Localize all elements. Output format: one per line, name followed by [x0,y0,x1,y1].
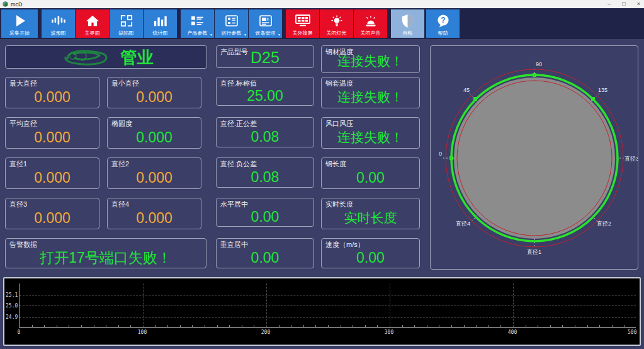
x-axis-minor-tick [526,325,526,327]
bar-chart-icon [154,12,167,30]
x-axis-minor-tick [192,325,193,327]
x-axis-minor-tick [291,325,291,327]
x-axis-tick-label: 200 [261,329,270,335]
window-title: mcD [11,1,23,8]
panel-label: 直径.负公差 [217,158,314,168]
panel-label: 钢长度 [322,158,419,168]
x-gridline [513,283,514,327]
diameter-gauge-panel: 90 45 135 0 直径3 直径2 直径4 直径1 [430,45,638,270]
panel-diameter3: 直径3 0.000 [5,198,99,229]
bulb-icon [330,12,344,30]
toolbar-button-external-screen-off[interactable]: 关外接屏 [286,9,319,38]
toolbar-button-product-params[interactable]: 产品参数 ▼ [181,9,214,38]
list-icon [191,12,204,30]
x-axis-minor-tick [464,325,465,327]
minimize-button[interactable]: – [607,0,611,8]
x-gridline [266,283,267,327]
panel-label: 直径3 [6,198,99,208]
gauge-label-90: 90 [536,61,542,67]
x-axis-minor-tick [587,325,588,327]
panel-value: 0.000 [108,127,201,148]
x-axis-minor-tick [57,325,57,327]
y-axis-tick-label: 24.9 [6,314,18,320]
x-axis-minor-tick [624,325,624,327]
app-icon [3,1,8,7]
chevron-down-icon: ▼ [210,33,213,37]
y-axis-tick-label: 25.1 [6,292,18,298]
y-gridline [20,306,636,306]
panel-value: 连接失败！ [322,50,419,72]
x-axis-minor-tick [328,325,329,327]
x-axis-minor-tick [32,325,33,327]
panel-vertical-centering: 垂直居中 0.00 [216,238,314,268]
x-axis-minor-tick [377,325,378,327]
panel-label: 水平居中 [217,198,314,208]
panel-value: 0.000 [108,87,201,108]
trend-chart-panel: 24.925.025.10100200300400500 [3,277,641,346]
x-axis-minor-tick [402,325,403,327]
panel-label: 直径.标称值 [217,77,314,87]
panel-value: 连接失败！ [322,87,419,108]
panel-neg-tolerance: 直径.负公差 0.08 [216,157,314,188]
gauge-label-diameter1: 直径1 [527,249,541,255]
defect-grid-icon [120,12,133,30]
toolbar-button-defect-view[interactable]: 缺陷图 [110,9,143,38]
gauge-label-diameter4: 直径4 [456,220,470,227]
panel-value: 0.08 [217,127,314,147]
toolbar-button-device-management[interactable]: 设备管理 ▼ [249,9,282,38]
toolbar-button-acquisition-start[interactable]: 采集开始 [1,9,38,38]
x-axis-tick-label: 100 [138,329,147,335]
x-axis-minor-tick [242,325,242,327]
titlebar: mcD – □ × [0,0,644,8]
toolbar: 采集开始 波形图 主界面 缺陷图 统计图 产品参数 ▼ [0,8,644,39]
x-axis-minor-tick [118,325,119,327]
toolbar-button-main-screen[interactable]: 主界面 [76,9,109,38]
panel-speed: 速度（m/s） 0.00 [321,238,420,268]
panel-diameter4: 直径4 0.000 [107,198,201,229]
panel-min-diameter: 最小直径 0.000 [107,77,201,108]
panel-avg-diameter: 平均直径 0.000 [5,117,99,149]
toolbar-button-self-check[interactable]: 自检 [391,9,424,38]
panel-value: 打开17号端口失败！ [6,248,206,268]
svg-text:?: ? [441,16,445,25]
gauge-fill-circle [454,77,615,239]
x-gridline [143,283,144,327]
panel-label: 直径1 [6,158,99,168]
waveform-icon [51,12,66,30]
x-axis-minor-tick [205,325,205,327]
diameter-gauge: 90 45 135 0 直径3 直径2 直径4 直径1 [431,46,638,269]
gauge-label-diameter2: 直径2 [597,220,611,227]
help-icon: ? [436,12,450,30]
panel-label: 钢套温度 [322,77,419,87]
panel-value: D25 [217,48,314,67]
toolbar-button-sound-off[interactable]: 关闭声音 [354,9,387,38]
x-axis-tick-label: 0 [18,329,21,335]
panel-value: 0.08 [217,168,314,187]
panel-label: 直径4 [108,198,201,208]
x-axis-minor-tick [612,325,613,327]
main-window: { "window": { "title": "mcD", "controls"… [0,0,644,349]
x-axis-minor-tick [254,325,254,327]
maximize-button[interactable]: □ [622,0,625,8]
device-icon [259,12,272,30]
toolbar-button-statistics[interactable]: 统计图 [144,9,177,38]
x-axis-minor-tick [81,325,82,327]
panel-max-diameter: 最大直径 0.000 [5,77,99,108]
x-axis-minor-tick [599,325,600,327]
x-axis-minor-tick [439,325,439,327]
x-axis-minor-tick [562,325,563,327]
panel-label: 实时长度 [322,198,419,208]
panel-diameter1: 直径1 0.000 [5,157,99,189]
panel-label: 椭圆度 [108,118,201,127]
toolbar-button-waveform[interactable]: 波形图 [42,9,75,38]
x-axis-minor-tick [229,325,230,327]
toolbar-button-help[interactable]: ? 帮助 [426,9,460,38]
toolbar-button-lights-off[interactable]: 关闭灯光 [320,9,353,38]
close-button[interactable]: × [637,0,640,8]
gauge-label-diameter3: 直径3 [624,156,638,162]
x-axis-minor-tick [94,325,94,327]
siren-icon [364,12,378,30]
gauge-label-135: 135 [598,87,607,93]
panel-value: 实时长度 [322,208,419,229]
toolbar-button-run-params[interactable]: 运行参数 ▼ [215,9,248,38]
